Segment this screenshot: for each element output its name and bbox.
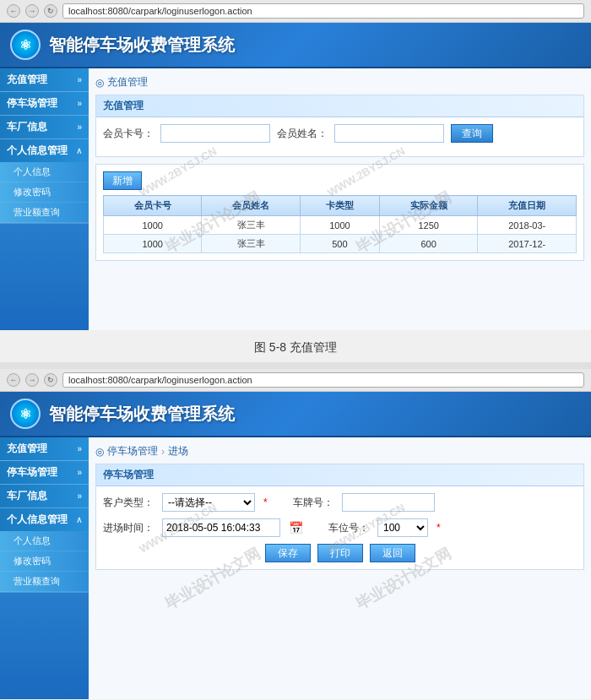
- sidebar2-section-recharge: 充值管理 »: [0, 437, 89, 461]
- address-bar-1[interactable]: localhost:8080/carpark/loginuserlogon.ac…: [62, 3, 584, 19]
- btn-row-2: 保存 打印 返回: [103, 544, 577, 562]
- parking-spot-select[interactable]: 100: [377, 518, 428, 537]
- app-header-2: ⚛ 智能停车场收费管理系统: [0, 392, 591, 437]
- sidebar-1: 充值管理 » 停车场管理 » 车厂信息 »: [0, 68, 89, 330]
- expand-icon-2-car: »: [77, 491, 82, 501]
- breadcrumb-icon-1: ◎: [95, 77, 104, 89]
- sidebar-2: 充值管理 » 停车场管理 » 车厂信息 »: [0, 437, 89, 699]
- back-button-2[interactable]: 返回: [370, 544, 415, 562]
- sidebar-header-recharge[interactable]: 充值管理 »: [0, 68, 89, 91]
- forward-btn-2[interactable]: →: [25, 373, 39, 387]
- form-row-1: 客户类型： --请选择-- * 车牌号：: [103, 493, 577, 512]
- sidebar2-item-revenue[interactable]: 营业额查询: [0, 572, 89, 592]
- cell-card-type: 500: [300, 235, 379, 253]
- form-row-2: 进场时间： 📅 车位号： 100 *: [103, 518, 577, 537]
- cell-date: 2017-12-: [478, 235, 577, 253]
- app-container-2: ⚛ 智能停车场收费管理系统 充值管理 » 停车场管理 »: [0, 392, 591, 699]
- search-panel-body-1: 会员卡号： 会员姓名： 查询: [96, 117, 583, 156]
- card-no-label: 会员卡号：: [103, 127, 154, 141]
- search-button-1[interactable]: 查询: [451, 124, 493, 143]
- screenshot1: ← → ↻ localhost:8080/carpark/loginuserlo…: [0, 0, 591, 330]
- sidebar2-header-car[interactable]: 车厂信息 »: [0, 485, 89, 507]
- app-logo-2: ⚛: [10, 399, 41, 429]
- required-star-1: *: [263, 497, 268, 508]
- entry-time-label: 进场时间：: [103, 521, 154, 535]
- sidebar-section-car: 车厂信息 »: [0, 116, 89, 139]
- back-btn-1[interactable]: ←: [7, 4, 20, 18]
- new-button-1[interactable]: 新增: [103, 171, 142, 190]
- save-button-2[interactable]: 保存: [265, 544, 311, 562]
- sidebar-item-revenue-1[interactable]: 营业额查询: [0, 203, 89, 223]
- expand-icon-personal: ∧: [76, 146, 82, 155]
- breadcrumb-part-1: 停车场管理: [107, 444, 158, 459]
- sidebar2-section-parking: 停车场管理 »: [0, 461, 89, 485]
- sidebar-section-parking: 停车场管理 »: [0, 92, 89, 116]
- sidebar-header-personal[interactable]: 个人信息管理 ∧: [0, 139, 89, 162]
- logo-icon-1: ⚛: [19, 37, 31, 53]
- cell-date: 2018-03-: [478, 216, 577, 235]
- table-panel-1: 新增 会员卡号 会员姓名 卡类型 实际金额 充值日期: [95, 164, 584, 261]
- card-no-input[interactable]: [160, 124, 270, 143]
- parking-spot-label: 车位号：: [328, 521, 369, 535]
- app-title-2: 智能停车场收费管理系统: [49, 403, 235, 426]
- address-bar-2[interactable]: localhost:8080/carpark/loginuserlogon.ac…: [62, 372, 584, 388]
- expand-icon-parking: »: [77, 99, 82, 108]
- search-row-1: 会员卡号： 会员姓名： 查询: [103, 124, 577, 143]
- breadcrumb-separator: ›: [161, 446, 165, 458]
- table-panel-body-1: 新增 会员卡号 会员姓名 卡类型 实际金额 充值日期: [96, 165, 583, 260]
- customer-type-select[interactable]: --请选择--: [162, 493, 255, 512]
- sidebar-section-personal: 个人信息管理 ∧ 个人信息 修改密码 营业额查询: [0, 139, 89, 224]
- main-layout-2: 充值管理 » 停车场管理 » 车厂信息 »: [0, 437, 591, 699]
- expand-icon-2-personal: ∧: [76, 515, 82, 524]
- new-btn-row-1: 新增: [103, 171, 577, 190]
- member-name-label: 会员姓名：: [277, 127, 328, 141]
- col-date: 充值日期: [478, 196, 577, 216]
- app-title-1: 智能停车场收费管理系统: [49, 34, 235, 57]
- back-btn-2[interactable]: ←: [7, 373, 20, 387]
- refresh-btn-2[interactable]: ↻: [44, 373, 57, 387]
- sidebar-section-recharge: 充值管理 »: [0, 68, 89, 92]
- sidebar2-item-password[interactable]: 修改密码: [0, 551, 89, 572]
- calendar-icon[interactable]: 📅: [289, 521, 303, 534]
- form-panel-body-2: 客户类型： --请选择-- * 车牌号： 进场时间： 📅: [96, 486, 583, 569]
- app-logo-1: ⚛: [10, 30, 41, 60]
- cell-amount: 600: [379, 235, 477, 253]
- col-member-name: 会员姓名: [202, 196, 300, 216]
- screenshot2: ← → ↻ localhost:8080/carpark/loginuserlo…: [0, 369, 591, 699]
- required-star-2: *: [436, 522, 441, 534]
- sidebar-item-profile-1[interactable]: 个人信息: [0, 162, 89, 182]
- breadcrumb-icon-2: ◎: [95, 446, 104, 458]
- expand-icon-2-parking: »: [77, 468, 82, 477]
- divider: [0, 362, 591, 369]
- sidebar2-header-personal[interactable]: 个人信息管理 ∧: [0, 508, 89, 531]
- forward-btn-1[interactable]: →: [25, 4, 39, 18]
- search-panel-title-1: 充值管理: [96, 95, 583, 117]
- cell-card-no: 1000: [104, 235, 202, 253]
- table-row: 1000 张三丰 500 600 2017-12-: [104, 235, 577, 253]
- app-container-1: ⚛ 智能停车场收费管理系统 充值管理 » 停车场管理 »: [0, 23, 591, 330]
- browser-bar-1: ← → ↻ localhost:8080/carpark/loginuserlo…: [0, 0, 591, 23]
- sidebar2-header-parking[interactable]: 停车场管理 »: [0, 461, 89, 484]
- expand-icon-2-recharge: »: [77, 444, 82, 453]
- plate-no-label: 车牌号：: [293, 496, 333, 510]
- sidebar-header-parking[interactable]: 停车场管理 »: [0, 92, 89, 115]
- col-card-no: 会员卡号: [104, 196, 202, 216]
- sidebar-item-password-1[interactable]: 修改密码: [0, 182, 89, 203]
- sidebar2-item-profile[interactable]: 个人信息: [0, 531, 89, 551]
- breadcrumb-2: ◎ 停车场管理 › 进场: [95, 444, 584, 459]
- content-area-2: ◎ 停车场管理 › 进场 停车场管理 客户类型： --请选择--: [89, 437, 591, 699]
- breadcrumb-text-1: 充值管理: [107, 75, 148, 90]
- refresh-btn-1[interactable]: ↻: [44, 4, 57, 18]
- member-name-input[interactable]: [334, 124, 444, 143]
- plate-no-input[interactable]: [342, 493, 435, 512]
- entry-time-input[interactable]: [162, 518, 280, 537]
- table-row: 1000 张三丰 1000 1250 2018-03-: [104, 216, 577, 235]
- col-card-type: 卡类型: [300, 196, 379, 216]
- sidebar2-header-recharge[interactable]: 充值管理 »: [0, 437, 89, 460]
- recharge-table: 会员卡号 会员姓名 卡类型 实际金额 充值日期 1000: [103, 195, 577, 253]
- cell-card-no: 1000: [104, 216, 202, 235]
- print-button-2[interactable]: 打印: [317, 544, 363, 562]
- expand-icon-car: »: [77, 122, 82, 132]
- sidebar-header-car[interactable]: 车厂信息 »: [0, 116, 89, 138]
- form-panel-2: 停车场管理 客户类型： --请选择-- * 车牌号：: [95, 464, 584, 570]
